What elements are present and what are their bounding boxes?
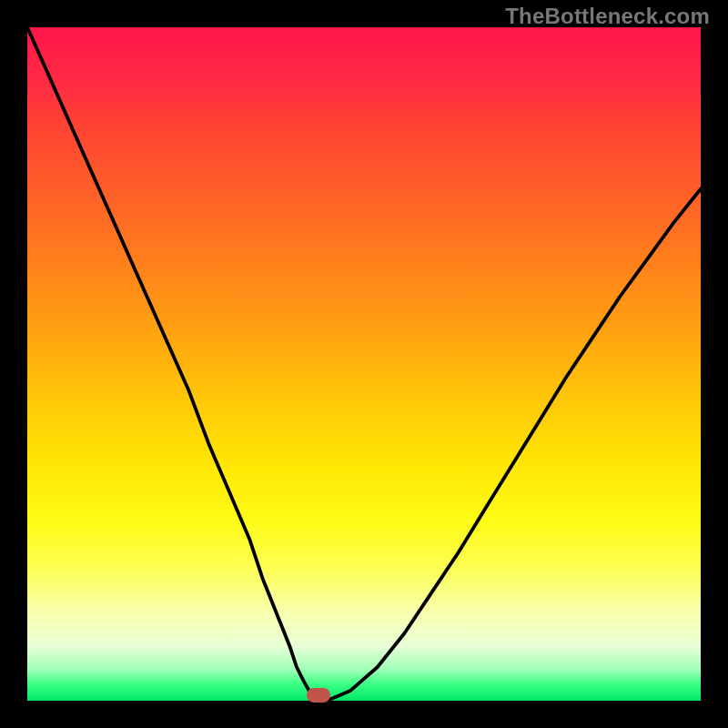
watermark-text: TheBottleneck.com: [505, 4, 710, 29]
bottleneck-curve: [27, 27, 701, 701]
optimal-marker: [307, 688, 330, 703]
